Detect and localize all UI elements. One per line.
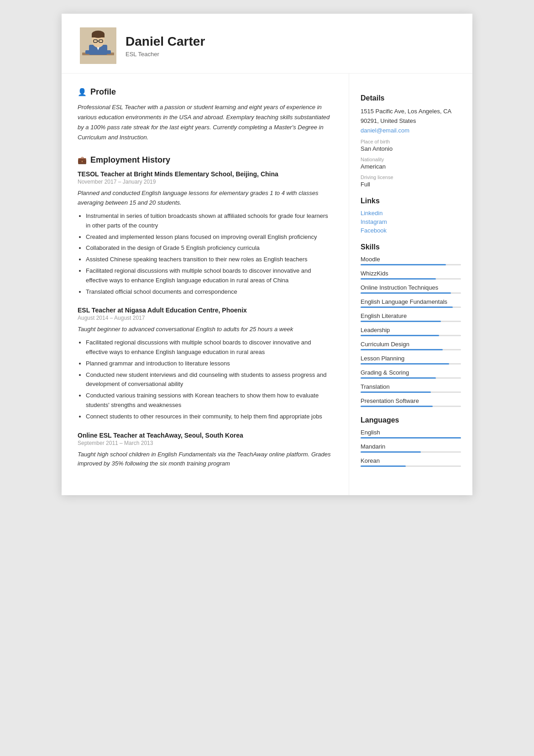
details-title: Details [361, 94, 461, 102]
profile-text: Professional ESL Teacher with a passion … [78, 102, 333, 143]
skill-item-1: WhizzKids [361, 270, 461, 280]
employment-section: 💼 Employment History TESOL Teacher at Br… [78, 155, 333, 469]
skill-bar-bg [361, 335, 461, 336]
skill-item-2: Online Instruction Techniques [361, 284, 461, 294]
languages-list: English Mandarin Korean [361, 429, 461, 467]
bullet-item: Assisted Chinese speaking teachers trans… [86, 255, 333, 264]
jobs-container: TESOL Teacher at Bright Minds Elementary… [78, 170, 333, 469]
skill-name: Online Instruction Techniques [361, 284, 461, 291]
header-name: Daniel Carter [126, 34, 454, 49]
lang-bar-bg [361, 465, 461, 467]
skill-bar-fill [361, 363, 449, 365]
skill-item-0: Moodle [361, 256, 461, 265]
lang-item-0: English [361, 429, 461, 439]
job-title: TESOL Teacher at Bright Minds Elementary… [78, 170, 333, 178]
links-section: Links LinkedinInstagramFacebook [361, 197, 461, 234]
address-line1: 1515 Pacific Ave, Los Angeles, CA [361, 107, 461, 116]
job-title: Online ESL Teacher at TeachAway, Seoul, … [78, 432, 333, 439]
job-desc: Planned and conducted English language l… [78, 189, 333, 208]
skill-bar-fill [361, 321, 441, 322]
skill-bar-fill [361, 307, 453, 308]
languages-title: Languages [361, 416, 461, 424]
avatar [80, 27, 116, 64]
skill-bar-bg [361, 321, 461, 322]
lang-item-2: Korean [361, 457, 461, 467]
skills-section: Skills Moodle WhizzKids Online Instructi… [361, 243, 461, 407]
job-desc: Taught high school children in English F… [78, 450, 333, 469]
skill-name: English Language Fundamentals [361, 298, 461, 305]
skill-name: Presentation Software [361, 397, 461, 404]
link-item-1[interactable]: Instagram [361, 218, 461, 225]
bullet-item: Conducted new student interviews and did… [86, 370, 333, 390]
skill-bar-fill [361, 292, 451, 294]
skill-bar-fill [361, 335, 439, 336]
lang-bar-fill [361, 465, 406, 467]
svg-rect-12 [104, 50, 111, 54]
skill-name: Leadership [361, 327, 461, 333]
skill-bar-bg [361, 307, 461, 308]
bullet-item: Connect students to other resources in t… [86, 412, 333, 422]
bullet-item: Collaborated in the design of Grade 5 En… [86, 243, 333, 253]
left-column: 👤 Profile Professional ESL Teacher with … [62, 74, 349, 495]
skill-item-3: English Language Fundamentals [361, 298, 461, 308]
job-title: ESL Teacher at Nigasa Adult Education Ce… [78, 307, 333, 314]
link-item-0[interactable]: Linkedin [361, 210, 461, 217]
skill-name: Curriculum Design [361, 341, 461, 348]
skill-bar-bg [361, 391, 461, 393]
job-dates: September 2011 – March 2013 [78, 440, 333, 446]
nationality-label: Nationality [361, 157, 461, 162]
skill-item-5: Leadership [361, 327, 461, 336]
driving-license-label: Driving license [361, 174, 461, 180]
skill-name: Lesson Planning [361, 355, 461, 362]
email-link[interactable]: daniel@email.com [361, 127, 409, 134]
bullet-item: Created and implemented lesson plans foc… [86, 233, 333, 242]
skill-bar-bg [361, 377, 461, 379]
skill-bar-fill [361, 391, 431, 393]
right-column: Details 1515 Pacific Ave, Los Angeles, C… [349, 74, 472, 495]
skill-bar-bg [361, 278, 461, 280]
header-section: Daniel Carter ESL Teacher [62, 14, 472, 74]
skill-bar-fill [361, 406, 433, 407]
bullet-item: Facilitated regional discussions with mu… [86, 266, 333, 285]
driving-license-value: Full [361, 181, 461, 188]
lang-bar-bg [361, 451, 461, 453]
skills-title: Skills [361, 243, 461, 251]
nationality-value: American [361, 163, 461, 170]
place-of-birth-label: Place of birth [361, 139, 461, 144]
skill-name: WhizzKids [361, 270, 461, 277]
skill-bar-fill [361, 278, 436, 280]
profile-icon: 👤 [78, 88, 87, 96]
links-title: Links [361, 197, 461, 205]
skill-bar-fill [361, 264, 446, 265]
job-desc: Taught beginner to advanced conversation… [78, 325, 333, 334]
skill-bar-fill [361, 377, 436, 379]
employment-title: 💼 Employment History [78, 155, 333, 165]
languages-section: Languages English Mandarin Korean [361, 416, 461, 467]
job-entry-2: Online ESL Teacher at TeachAway, Seoul, … [78, 432, 333, 469]
skill-name: Moodle [361, 256, 461, 263]
bullet-item: Instrumental in series of tuition broadc… [86, 211, 333, 231]
lang-item-1: Mandarin [361, 443, 461, 453]
bullet-item: Planned grammar and introduction to lite… [86, 359, 333, 369]
resume-container: Daniel Carter ESL Teacher 👤 Profile Prof… [62, 14, 472, 495]
skill-item-9: Translation [361, 383, 461, 393]
svg-rect-7 [92, 34, 105, 37]
bullet-item: Translated official school documents and… [86, 287, 333, 297]
place-of-birth-value: San Antonio [361, 145, 461, 152]
link-item-2[interactable]: Facebook [361, 227, 461, 234]
skill-item-7: Lesson Planning [361, 355, 461, 365]
profile-title: 👤 Profile [78, 87, 333, 97]
bullet-item: Facilitated regional discussions with mu… [86, 338, 333, 357]
details-section: Details 1515 Pacific Ave, Los Angeles, C… [361, 94, 461, 188]
svg-rect-11 [85, 50, 92, 54]
skill-bar-bg [361, 406, 461, 407]
skill-bar-bg [361, 292, 461, 294]
skill-item-8: Grading & Scoring [361, 369, 461, 379]
lang-name: English [361, 429, 461, 436]
lang-bar-fill [361, 437, 461, 439]
bullet-item: Conducted various training sessions with… [86, 391, 333, 410]
lang-name: Korean [361, 457, 461, 464]
lang-name: Mandarin [361, 443, 461, 450]
skill-bar-bg [361, 264, 461, 265]
header-title: ESL Teacher [126, 51, 454, 58]
